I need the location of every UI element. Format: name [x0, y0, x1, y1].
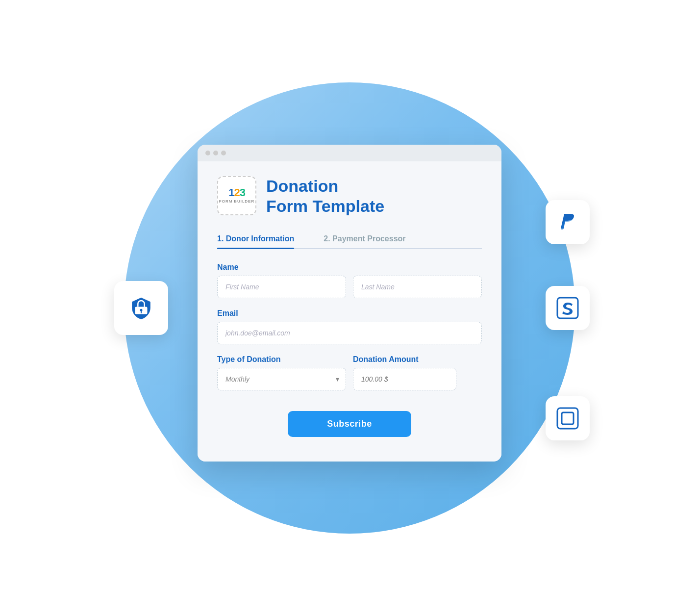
browser-titlebar	[198, 145, 501, 161]
dot-3	[221, 151, 226, 155]
dot-1	[205, 151, 210, 155]
stripe-icon	[555, 296, 580, 320]
subscribe-section: Subscribe	[217, 401, 482, 442]
form-header: 123 FORM BUILDER Donation Form Template	[217, 176, 482, 216]
logo-digit-2: 2	[234, 186, 239, 199]
donation-bottom-row: Type of Donation Monthly One-time Annual…	[217, 355, 482, 390]
guard-icon	[129, 296, 153, 320]
last-name-input[interactable]	[353, 276, 482, 298]
amount-column: Donation Amount	[353, 355, 482, 390]
svg-rect-5	[562, 412, 574, 424]
type-select[interactable]: Monthly One-time Annual	[217, 368, 346, 390]
type-column: Type of Donation Monthly One-time Annual…	[217, 355, 346, 390]
stripe-icon-card	[546, 286, 590, 330]
tab-donor-information[interactable]: 1. Donor Information	[217, 230, 294, 248]
email-field-group: Email	[217, 309, 482, 344]
name-field-row	[217, 276, 482, 298]
email-label: Email	[217, 309, 482, 318]
name-field-group: Name	[217, 263, 482, 298]
type-select-wrapper: Monthly One-time Annual ▾	[217, 368, 346, 390]
main-scene: 123 FORM BUILDER Donation Form Template …	[104, 63, 595, 553]
svg-rect-4	[557, 408, 578, 429]
first-name-input[interactable]	[217, 276, 346, 298]
square-icon	[555, 406, 580, 431]
logo-box: 123 FORM BUILDER	[217, 176, 256, 215]
email-input[interactable]	[217, 322, 482, 344]
form-tabs: 1. Donor Information 2. Payment Processo…	[217, 230, 482, 249]
subscribe-button[interactable]: Subscribe	[288, 411, 411, 437]
logo-digit-1: 1	[228, 186, 234, 199]
type-label: Type of Donation	[217, 355, 346, 364]
name-label: Name	[217, 263, 482, 272]
tab-payment-processor[interactable]: 2. Payment Processor	[324, 230, 405, 248]
square-icon-card	[546, 396, 590, 440]
browser-body: 123 FORM BUILDER Donation Form Template …	[198, 161, 501, 462]
paypal-icon	[555, 210, 580, 234]
logo-sub-text: FORM BUILDER	[219, 199, 254, 204]
logo-numbers: 123	[228, 187, 245, 198]
form-title: Donation Form Template	[266, 176, 384, 216]
browser-window: 123 FORM BUILDER Donation Form Template …	[198, 145, 501, 462]
paypal-icon-card	[546, 200, 590, 244]
donation-fields-group: Type of Donation Monthly One-time Annual…	[217, 355, 482, 390]
form-title-line1: Donation	[266, 177, 338, 195]
amount-label: Donation Amount	[353, 355, 482, 364]
form-title-line2: Form Template	[266, 197, 384, 215]
amount-input[interactable]	[353, 368, 456, 390]
guard-icon-card	[114, 281, 168, 335]
dot-2	[213, 151, 218, 155]
logo-digit-3: 3	[240, 186, 245, 199]
